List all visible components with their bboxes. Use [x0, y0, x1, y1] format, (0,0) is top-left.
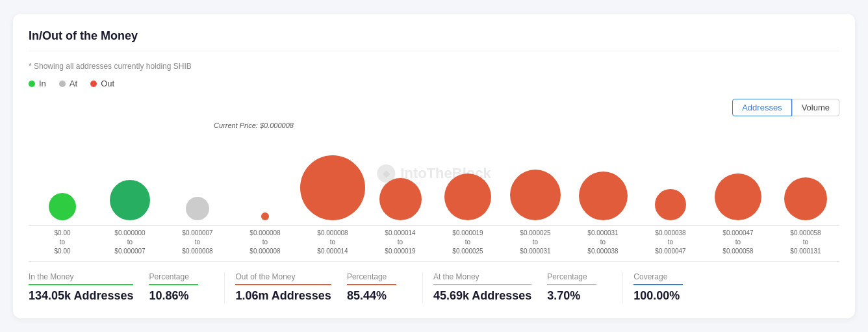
legend-out-dot — [90, 81, 97, 87]
x-label-11: $0.000047to$0.000058 — [704, 229, 772, 256]
legend-in-label: In — [39, 79, 46, 88]
stat-out-pct-value: 85.44% — [347, 289, 396, 303]
stat-at-pct-underline — [547, 284, 596, 285]
x-label-4: $0.000008to$0.000008 — [231, 229, 299, 256]
volume-button[interactable]: Volume — [792, 99, 839, 116]
stat-coverage-value: 100.00% — [633, 289, 683, 303]
stat-out-value: 1.06m Addresses — [235, 289, 331, 303]
legend-out: Out — [90, 79, 114, 88]
stat-out-pct-underline — [347, 284, 396, 285]
bubbles-row: ◆ IntoTheBlock — [29, 121, 839, 225]
bubble-col-9 — [569, 172, 637, 220]
bubble-5 — [300, 155, 365, 220]
bubble-col-6 — [366, 178, 434, 220]
x-label-1: $0.00to$0.00 — [29, 229, 96, 256]
stat-coverage: Coverage 100.00% — [633, 272, 698, 303]
divider-3 — [622, 272, 623, 303]
legend-in-dot — [29, 81, 35, 87]
stat-at-underline — [433, 284, 531, 285]
stat-in-label: In the Money — [29, 272, 133, 281]
stat-at-the-money: At the Money 45.69k Addresses — [433, 272, 547, 303]
bubble-col-11 — [704, 173, 772, 220]
stat-in-pct-underline — [149, 284, 198, 285]
bubble-12 — [784, 177, 827, 220]
stat-out-pct: Percentage 85.44% — [347, 272, 412, 303]
legend: In At Out — [29, 79, 839, 88]
stat-in-value: 134.05k Addresses — [29, 289, 133, 303]
stat-in-pct-value: 10.86% — [149, 289, 198, 303]
x-label-7: $0.000019to$0.000025 — [434, 229, 502, 256]
divider-2 — [422, 272, 423, 303]
x-label-6: $0.000014to$0.000019 — [366, 229, 434, 256]
bubble-col-4 — [231, 212, 299, 220]
stat-in-the-money: In the Money 134.05k Addresses — [29, 272, 149, 303]
page-title: In/Out of the Money — [29, 29, 839, 51]
stat-at-label: At the Money — [433, 272, 531, 281]
x-label-2: $0.000000to$0.000007 — [96, 229, 164, 256]
stat-at-pct: Percentage 3.70% — [547, 272, 612, 303]
stat-in-underline — [29, 284, 133, 285]
bubble-col-1 — [29, 193, 96, 220]
bubble-2 — [110, 180, 150, 220]
stat-at-pct-label: Percentage — [547, 272, 596, 281]
legend-at-label: At — [70, 79, 77, 88]
bubble-col-2 — [96, 180, 164, 220]
legend-out-label: Out — [101, 79, 114, 88]
x-label-8: $0.000025to$0.000031 — [502, 229, 569, 256]
bubble-8 — [510, 170, 561, 220]
bubble-11 — [715, 173, 761, 220]
stat-coverage-underline — [633, 284, 683, 285]
chart-area: Current Price: $0.000008 ◆ IntoTheBlock — [29, 121, 839, 256]
x-label-10: $0.000038to$0.000047 — [637, 229, 704, 256]
bubble-col-5 — [299, 155, 366, 220]
subtitle-text: * Showing all addresses currently holdin… — [29, 62, 839, 71]
divider-1 — [224, 272, 225, 303]
stat-at-value: 45.69k Addresses — [433, 289, 531, 303]
x-axis: $0.00to$0.00 $0.000000to$0.000007 $0.000… — [29, 225, 839, 256]
bubble-3 — [186, 197, 209, 220]
bubble-col-12 — [772, 177, 839, 220]
stat-in-pct: Percentage 10.86% — [149, 272, 214, 303]
x-label-3: $0.000007to$0.000008 — [164, 229, 231, 256]
stats-row: In the Money 134.05k Addresses Percentag… — [29, 261, 839, 303]
x-label-5: $0.000008to$0.000014 — [299, 229, 366, 256]
bubble-10 — [655, 189, 686, 220]
bubble-6 — [379, 178, 422, 220]
bubble-1 — [49, 193, 76, 220]
stat-out-the-money: Out of the Money 1.06m Addresses — [235, 272, 346, 303]
bubble-col-10 — [637, 189, 704, 220]
bubble-col-7 — [434, 173, 502, 220]
stat-out-pct-label: Percentage — [347, 272, 396, 281]
stat-coverage-label: Coverage — [633, 272, 683, 281]
stat-out-label: Out of the Money — [235, 272, 331, 281]
x-label-12: $0.000058to$0.000131 — [772, 229, 839, 256]
bubble-7 — [444, 173, 491, 220]
bubble-9 — [579, 172, 628, 220]
bubble-col-3 — [164, 197, 231, 220]
bubble-col-8 — [502, 170, 569, 220]
main-card: In/Out of the Money * Showing all addres… — [13, 14, 855, 318]
stat-at-pct-value: 3.70% — [547, 289, 596, 303]
bubble-4 — [261, 212, 269, 220]
stat-out-underline — [235, 284, 331, 285]
x-label-9: $0.000031to$0.000038 — [569, 229, 637, 256]
legend-at-dot — [59, 81, 66, 87]
legend-in: In — [29, 79, 46, 88]
legend-at: At — [59, 79, 77, 88]
stat-in-pct-label: Percentage — [149, 272, 198, 281]
view-toggle: Addresses Volume — [29, 99, 839, 116]
addresses-button[interactable]: Addresses — [732, 99, 791, 116]
